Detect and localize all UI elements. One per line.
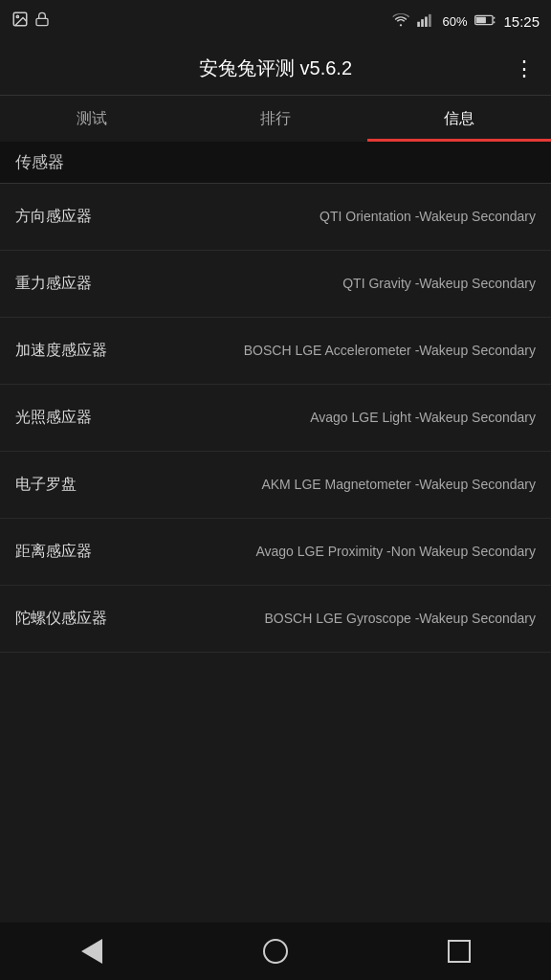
sensor-name: 陀螺仪感应器 [15, 609, 107, 629]
signal-icon [417, 13, 434, 30]
sensor-item: 重力感应器QTI Gravity -Wakeup Secondary [0, 251, 551, 318]
sensor-list: 方向感应器QTI Orientation -Wakeup Secondary重力… [0, 184, 551, 923]
title-bar: 安兔兔评测 v5.6.2 ⋮ [0, 42, 551, 96]
battery-level: 60% [442, 14, 467, 29]
image-icon [11, 11, 29, 32]
bottom-nav [0, 923, 551, 980]
home-button[interactable] [247, 932, 304, 970]
sensor-value: QTI Orientation -Wakeup Secondary [111, 207, 536, 227]
svg-rect-6 [429, 13, 431, 26]
svg-rect-5 [426, 16, 429, 27]
home-icon [263, 939, 288, 964]
svg-rect-10 [476, 16, 486, 22]
sensor-item: 方向感应器QTI Orientation -Wakeup Secondary [0, 184, 551, 251]
tab-ranking[interactable]: 排行 [184, 96, 367, 142]
sensor-value: AKM LGE Magnetometer -Wakeup Secondary [96, 475, 536, 495]
sensor-name: 距离感应器 [15, 542, 92, 562]
sensor-value: BOSCH LGE Gyroscope -Wakeup Secondary [126, 609, 536, 629]
svg-rect-4 [422, 19, 425, 27]
menu-button[interactable]: ⋮ [514, 56, 536, 81]
section-header-sensors: 传感器 [0, 142, 551, 184]
sensor-value: Avago LGE Light -Wakeup Secondary [111, 408, 536, 428]
sensor-name: 方向感应器 [15, 207, 92, 227]
lock-icon [34, 11, 50, 32]
svg-point-1 [16, 15, 18, 17]
sensor-item: 电子罗盘AKM LGE Magnetometer -Wakeup Seconda… [0, 452, 551, 519]
sensor-name: 电子罗盘 [15, 475, 77, 495]
status-bar-right: 60% 15:25 [392, 13, 540, 30]
tab-test[interactable]: 测试 [0, 96, 184, 142]
tab-info[interactable]: 信息 [367, 96, 551, 142]
status-bar: 60% 15:25 [0, 0, 551, 42]
status-time: 15:25 [503, 13, 540, 30]
sensor-item: 距离感应器Avago LGE Proximity -Non Wakeup Sec… [0, 519, 551, 586]
sensor-value: QTI Gravity -Wakeup Secondary [111, 274, 536, 294]
sensor-value: Avago LGE Proximity -Non Wakeup Secondar… [111, 542, 536, 562]
recents-button[interactable] [430, 932, 488, 970]
wifi-icon [392, 13, 409, 30]
back-button[interactable] [63, 932, 121, 970]
tab-bar: 测试 排行 信息 [0, 96, 551, 142]
svg-rect-3 [418, 21, 421, 26]
back-icon [81, 939, 102, 964]
sensor-name: 重力感应器 [15, 274, 92, 294]
sensor-name: 光照感应器 [15, 408, 92, 428]
battery-icon [474, 14, 496, 29]
sensor-name: 加速度感应器 [15, 341, 107, 361]
sensor-item: 陀螺仪感应器BOSCH LGE Gyroscope -Wakeup Second… [0, 586, 551, 653]
sensor-item: 加速度感应器BOSCH LGE Accelerometer -Wakeup Se… [0, 318, 551, 385]
sensor-value: BOSCH LGE Accelerometer -Wakeup Secondar… [126, 341, 536, 361]
sensor-item: 光照感应器Avago LGE Light -Wakeup Secondary [0, 385, 551, 452]
svg-rect-2 [36, 18, 48, 25]
app-title: 安兔兔评测 v5.6.2 [199, 56, 352, 81]
status-bar-left [11, 11, 50, 32]
recents-icon [448, 940, 471, 963]
